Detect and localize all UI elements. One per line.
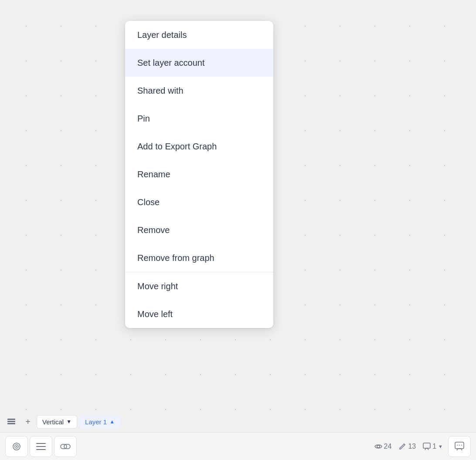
comments-stat[interactable]: 1 ▼ bbox=[423, 443, 443, 450]
views-count: 24 bbox=[384, 443, 392, 450]
toolbar-stats: 24 13 1 ▼ bbox=[374, 443, 443, 450]
menu-item-layer-details[interactable]: Layer details bbox=[125, 21, 273, 49]
svg-point-5 bbox=[16, 446, 17, 447]
svg-rect-7 bbox=[36, 446, 46, 447]
eye-icon bbox=[374, 443, 382, 450]
menu-item-move-right[interactable]: Move right bbox=[125, 272, 273, 300]
layers-icon bbox=[7, 417, 16, 426]
list-icon bbox=[36, 443, 46, 450]
layout-dropdown-label: Vertical bbox=[42, 418, 64, 426]
chat-button[interactable] bbox=[448, 436, 471, 457]
svg-rect-8 bbox=[36, 449, 46, 450]
svg-rect-1 bbox=[7, 421, 15, 422]
active-layer-label: Layer 1 bbox=[85, 418, 107, 426]
layout-dropdown[interactable]: Vertical ▼ bbox=[37, 415, 77, 429]
svg-rect-10 bbox=[423, 443, 430, 448]
menu-item-remove[interactable]: Remove bbox=[125, 216, 273, 244]
menu-item-move-left[interactable]: Move left bbox=[125, 300, 273, 328]
context-menu: Layer details Set layer account Shared w… bbox=[125, 21, 273, 328]
target-button[interactable] bbox=[5, 436, 28, 457]
menu-item-set-layer-account-label: Set layer account bbox=[137, 58, 205, 68]
menu-item-close-label: Close bbox=[137, 197, 160, 207]
svg-rect-14 bbox=[461, 445, 462, 446]
menu-item-remove-label: Remove bbox=[137, 225, 170, 235]
comment-icon bbox=[423, 443, 431, 450]
menu-item-rename[interactable]: Rename bbox=[125, 160, 273, 188]
menu-item-close[interactable]: Close bbox=[125, 188, 273, 216]
menu-item-rename-label: Rename bbox=[137, 169, 170, 179]
svg-rect-6 bbox=[36, 443, 46, 444]
arrow-up-icon: ▲ bbox=[109, 419, 115, 425]
menu-item-pin-label: Pin bbox=[137, 113, 150, 124]
menu-item-move-left-label: Move left bbox=[137, 309, 173, 319]
views-stat: 24 bbox=[374, 443, 392, 450]
add-layer-button[interactable]: + bbox=[21, 415, 35, 429]
svg-rect-2 bbox=[7, 419, 15, 420]
edits-count: 13 bbox=[408, 443, 416, 450]
menu-item-remove-from-graph-label: Remove from graph bbox=[137, 253, 214, 263]
edits-stat: 13 bbox=[398, 443, 416, 450]
svg-rect-12 bbox=[457, 445, 458, 446]
link-icon bbox=[60, 442, 71, 451]
list-button[interactable] bbox=[30, 436, 52, 457]
svg-rect-0 bbox=[7, 423, 15, 424]
link-button[interactable] bbox=[54, 436, 77, 457]
menu-item-set-layer-account[interactable]: Set layer account bbox=[125, 49, 273, 77]
edit-icon bbox=[398, 443, 406, 450]
menu-item-layer-details-label: Layer details bbox=[137, 30, 187, 40]
svg-rect-13 bbox=[459, 445, 460, 446]
menu-item-pin[interactable]: Pin bbox=[125, 105, 273, 132]
menu-item-move-right-label: Move right bbox=[137, 281, 178, 291]
comments-dropdown-icon[interactable]: ▼ bbox=[438, 444, 443, 449]
menu-item-remove-from-graph[interactable]: Remove from graph bbox=[125, 244, 273, 272]
chevron-down-icon: ▼ bbox=[66, 419, 71, 425]
add-icon: + bbox=[25, 417, 31, 427]
stack-layers-button[interactable] bbox=[3, 414, 19, 430]
menu-item-add-to-export-graph-label: Add to Export Graph bbox=[137, 141, 217, 152]
comments-count: 1 bbox=[432, 443, 436, 450]
active-layer-tab[interactable]: Layer 1 ▲ bbox=[79, 416, 121, 428]
menu-item-add-to-export-graph[interactable]: Add to Export Graph bbox=[125, 132, 273, 160]
chat-icon bbox=[455, 442, 464, 451]
layer-tabs-bar: + Vertical ▼ Layer 1 ▲ bbox=[0, 411, 476, 432]
bottom-toolbar: 24 13 1 ▼ bbox=[0, 432, 476, 460]
menu-item-shared-with-label: Shared with bbox=[137, 85, 184, 96]
svg-point-9 bbox=[377, 445, 380, 448]
menu-item-shared-with[interactable]: Shared with bbox=[125, 77, 273, 105]
target-icon bbox=[12, 442, 21, 451]
